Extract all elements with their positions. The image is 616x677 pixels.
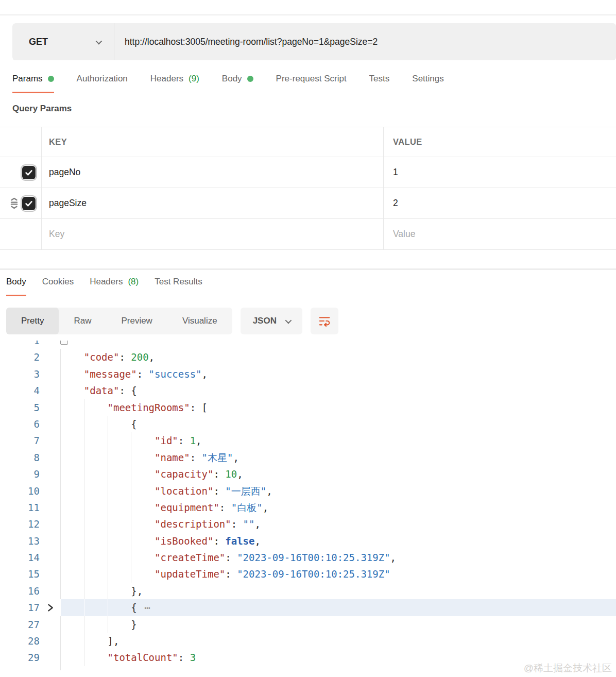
- value-input[interactable]: Value: [384, 219, 616, 249]
- tab-label: Body: [222, 74, 242, 84]
- fold-gutter: [40, 349, 60, 365]
- tab-label: Params: [12, 74, 43, 84]
- view-mode-visualize[interactable]: Visualize: [167, 308, 232, 334]
- indent-guide: [108, 499, 131, 516]
- tab-headers[interactable]: Headers(9): [150, 74, 199, 93]
- url-input[interactable]: http://localhost:3005/meeting-room/list?…: [114, 23, 616, 60]
- indent-guide: [84, 583, 108, 599]
- response-tab-test-results[interactable]: Test Results: [155, 277, 202, 296]
- drag-handle[interactable]: [10, 197, 19, 209]
- line-number: 29: [0, 649, 40, 666]
- indent-guide: [84, 616, 108, 633]
- code-token: :: [190, 449, 202, 466]
- view-mode-preview[interactable]: Preview: [106, 308, 167, 334]
- tab-tests[interactable]: Tests: [369, 74, 390, 93]
- fold-gutter: [40, 432, 60, 449]
- view-mode-raw[interactable]: Raw: [59, 308, 106, 334]
- tab-body[interactable]: Body: [222, 74, 253, 93]
- indent-guide: [60, 399, 84, 416]
- code-line-content: "meetingRooms": [: [60, 399, 616, 416]
- green-dot-icon: [48, 76, 54, 82]
- fold-indicator-icon[interactable]: [60, 341, 68, 345]
- fold-gutter: [40, 649, 60, 666]
- request-tabs: ParamsAuthorizationHeaders(9)BodyPre-req…: [12, 74, 616, 93]
- code-token: :: [213, 466, 225, 482]
- indent-guide: [108, 566, 131, 582]
- code-token: [: [202, 399, 208, 416]
- code-token: "createTime": [155, 549, 225, 566]
- tab-pre-request-script[interactable]: Pre-request Script: [276, 74, 347, 93]
- code-line-content: "description": "",: [60, 516, 616, 532]
- code-token: "totalCount": [108, 649, 178, 666]
- format-select[interactable]: JSON: [241, 308, 302, 334]
- fold-gutter: [40, 549, 60, 566]
- method-select[interactable]: GET: [12, 23, 114, 60]
- code-token: "2023-09-16T00:10:25.319Z": [237, 549, 390, 566]
- indent-guide: [60, 349, 84, 365]
- query-params-table: KEY VALUE pageNo1pageSize2 Key Value: [0, 127, 616, 250]
- tab-settings[interactable]: Settings: [412, 74, 443, 93]
- view-mode-group: PrettyRawPreviewVisualize: [6, 308, 232, 334]
- indent-guide: [131, 549, 155, 566]
- fold-gutter: [40, 449, 60, 466]
- view-mode-pretty[interactable]: Pretty: [6, 308, 59, 334]
- fold-gutter[interactable]: [40, 599, 60, 616]
- param-key-cell[interactable]: pageSize: [41, 188, 384, 218]
- tab-params[interactable]: Params: [12, 74, 54, 93]
- key-input[interactable]: Key: [41, 219, 384, 249]
- indent-guide: [131, 449, 155, 466]
- code-token: :: [137, 366, 149, 382]
- indent-guide: [60, 549, 84, 566]
- indent-guide: [60, 616, 84, 633]
- param-key-cell[interactable]: pageNo: [41, 157, 384, 188]
- tab-label: Headers: [150, 74, 183, 84]
- code-line: 7"id": 1,: [0, 432, 616, 449]
- code-token: "meetingRooms": [108, 399, 190, 416]
- indent-guide: [108, 432, 131, 449]
- row-checkbox[interactable]: [22, 197, 36, 210]
- tab-count-badge: (8): [128, 277, 139, 287]
- indent-guide: [60, 649, 84, 666]
- indent-guide: [60, 533, 84, 549]
- code-line-content: }: [60, 616, 616, 633]
- response-tab-body[interactable]: Body: [6, 277, 26, 296]
- code-line: 28],: [0, 633, 616, 649]
- tab-label: Cookies: [42, 277, 74, 287]
- response-tab-headers[interactable]: Headers(8): [90, 277, 139, 296]
- top-divider: [0, 14, 616, 15]
- code-token: ],: [108, 633, 119, 649]
- row-checkbox[interactable]: [22, 166, 36, 179]
- indent-guide: [60, 633, 84, 649]
- row-controls: [0, 188, 41, 218]
- indent-guide: [131, 499, 155, 516]
- param-value-cell[interactable]: 2: [384, 188, 616, 218]
- indent-guide: [84, 416, 108, 432]
- code-token: false: [225, 533, 254, 549]
- indent-guide: [84, 633, 108, 649]
- code-token: ,: [254, 533, 260, 549]
- indent-guide: [84, 516, 108, 532]
- code-token: "isBooked": [155, 533, 213, 549]
- indent-guide: [84, 483, 108, 499]
- tab-authorization[interactable]: Authorization: [77, 74, 128, 93]
- code-token: :: [178, 649, 190, 666]
- indent-guide: [60, 432, 84, 449]
- fold-gutter: [40, 483, 60, 499]
- response-tabs: BodyCookiesHeaders(8)Test Results: [6, 277, 616, 296]
- code-token: "updateTime": [155, 566, 225, 582]
- fold-gutter: [40, 382, 60, 399]
- indent-guide: [131, 466, 155, 482]
- code-line: 10"location": "一层西",: [0, 483, 616, 499]
- line-number: 28: [0, 633, 40, 649]
- code-token: :: [213, 483, 225, 499]
- line-number: 5: [0, 399, 40, 416]
- code-line-content: "code": 200,: [60, 349, 616, 365]
- tab-label: Test Results: [155, 277, 202, 287]
- code-token: "一层西": [225, 483, 266, 499]
- fold-gutter: [40, 583, 60, 599]
- line-number: 16: [0, 583, 40, 599]
- code-token: "白板": [231, 499, 263, 516]
- response-tab-cookies[interactable]: Cookies: [42, 277, 74, 296]
- wrap-lines-button[interactable]: [311, 308, 338, 334]
- param-value-cell[interactable]: 1: [384, 157, 616, 188]
